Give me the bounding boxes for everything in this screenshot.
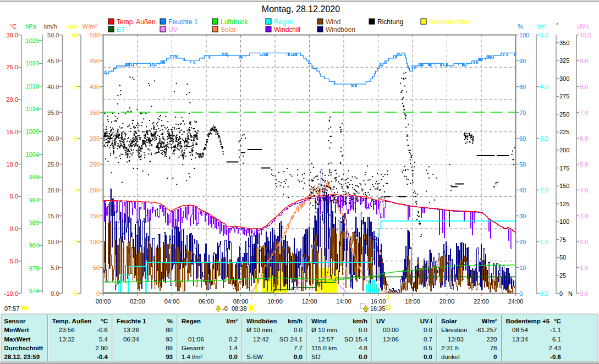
svg-text:6: 6 [74, 135, 78, 142]
svg-text:0.5: 0.5 [424, 345, 432, 351]
svg-text:20: 20 [519, 239, 526, 245]
svg-text:0: 0 [96, 290, 100, 297]
svg-text:9.0: 9.0 [580, 58, 588, 64]
svg-text:6.0: 6.0 [580, 135, 588, 142]
svg-text:28.12. 23:59: 28.12. 23:59 [4, 354, 40, 360]
svg-text:14:00: 14:00 [336, 298, 351, 305]
svg-text:35.0: 35.0 [47, 109, 59, 116]
svg-text:12:00: 12:00 [302, 298, 317, 305]
svg-text:20.0: 20.0 [7, 96, 18, 103]
svg-text:Durchschnitt: Durchschnitt [4, 345, 43, 351]
svg-text:01:06: 01:06 [188, 336, 204, 343]
svg-text:93: 93 [166, 354, 173, 360]
svg-text:UV: UV [376, 318, 385, 324]
svg-text:Windböen: Windböen [326, 26, 355, 34]
svg-text:2.0: 2.0 [580, 239, 588, 245]
svg-text:984: 984 [29, 242, 39, 249]
svg-text:50: 50 [519, 161, 526, 168]
svg-text:-1.1: -1.1 [550, 327, 561, 333]
svg-text:10: 10 [519, 264, 526, 271]
svg-text:1.4: 1.4 [229, 345, 238, 351]
svg-text:999: 999 [29, 174, 39, 180]
svg-text:100: 100 [90, 239, 100, 245]
svg-text:50: 50 [559, 254, 566, 261]
svg-text:Windböen: Windböen [246, 318, 277, 324]
svg-text:MinWert: MinWert [4, 327, 29, 333]
svg-text:2.90: 2.90 [96, 345, 108, 351]
svg-text:16:00: 16:00 [371, 298, 386, 305]
svg-text:km/h: km/h [44, 23, 57, 30]
svg-text:13:32: 13:32 [59, 336, 75, 343]
svg-text:974: 974 [29, 288, 39, 294]
svg-text:0: 0 [74, 290, 78, 297]
svg-text:350: 350 [559, 40, 569, 46]
svg-text:0.0: 0.0 [540, 290, 548, 297]
svg-text:2:31 h: 2:31 h [441, 345, 459, 351]
svg-text:dunkel: dunkel [441, 354, 460, 360]
svg-text:15.0: 15.0 [47, 213, 59, 219]
svg-text:2.43: 2.43 [549, 345, 561, 351]
svg-text:5.4: 5.4 [99, 336, 108, 343]
svg-text:SO 15.4: SO 15.4 [344, 336, 368, 343]
svg-text:450: 450 [90, 58, 100, 64]
svg-text:13:34: 13:34 [512, 336, 528, 343]
svg-text:4: 4 [74, 187, 78, 194]
svg-text:-0.6: -0.6 [550, 354, 561, 360]
svg-text:-0: -0 [222, 305, 228, 312]
svg-text:60: 60 [519, 135, 526, 142]
svg-text:10.0: 10.0 [7, 161, 18, 168]
svg-text:Feuchte 1: Feuchte 1 [117, 318, 146, 324]
svg-text:0.0: 0.0 [424, 354, 432, 360]
svg-text:994: 994 [29, 197, 39, 203]
svg-text:UV-I: UV-I [420, 318, 432, 324]
svg-text:-10.0: -10.0 [4, 290, 18, 297]
svg-text:175: 175 [559, 165, 569, 172]
svg-text:0.0: 0.0 [359, 354, 367, 360]
svg-text:0.0: 0.0 [580, 290, 588, 297]
svg-text:4.0: 4.0 [540, 84, 548, 90]
svg-text:N: N [568, 290, 573, 297]
svg-text:1019: 1019 [26, 83, 39, 90]
svg-text:8: 8 [74, 84, 78, 90]
svg-text:225: 225 [559, 129, 569, 135]
svg-text:300: 300 [559, 75, 569, 82]
svg-text:22:00: 22:00 [474, 298, 489, 305]
svg-text:5.0: 5.0 [51, 264, 59, 271]
svg-text:Elevation: Elevation [441, 327, 467, 333]
svg-text:Ø 10 min.: Ø 10 min. [311, 327, 339, 333]
svg-text:6.1: 6.1 [552, 336, 561, 343]
svg-text:0.0: 0.0 [51, 290, 59, 297]
svg-text:Solar: Solar [441, 318, 457, 324]
svg-text:5.0: 5.0 [580, 161, 588, 168]
svg-text:70: 70 [519, 109, 526, 116]
svg-text:40.0: 40.0 [47, 84, 59, 90]
svg-text:Temp. Außen: Temp. Außen [117, 18, 156, 26]
svg-text:0.0: 0.0 [229, 354, 238, 360]
svg-text:275: 275 [559, 93, 569, 100]
svg-text:30: 30 [519, 213, 526, 219]
svg-text:1.4 l/m²: 1.4 l/m² [182, 354, 203, 360]
svg-text:20:00: 20:00 [439, 298, 455, 305]
svg-text:10:00: 10:00 [267, 298, 283, 305]
svg-text:24:00: 24:00 [508, 298, 524, 305]
svg-text:1009: 1009 [26, 128, 39, 135]
svg-text:UV: UV [168, 26, 178, 34]
svg-text:Feuchte 1: Feuchte 1 [168, 18, 198, 26]
svg-text:1.0: 1.0 [580, 264, 588, 271]
svg-text:0: 0 [493, 354, 497, 360]
svg-text:08:38: 08:38 [232, 305, 247, 312]
svg-text:78: 78 [490, 345, 497, 351]
svg-text:km/h: km/h [288, 318, 303, 324]
svg-text:-0.4: -0.4 [97, 354, 108, 360]
svg-text:hPa: hPa [25, 23, 36, 30]
svg-text:500: 500 [90, 32, 100, 38]
svg-text:25.0: 25.0 [47, 161, 59, 168]
svg-text:-5.0: -5.0 [8, 258, 18, 264]
svg-text:l/m²: l/m² [536, 23, 547, 30]
svg-text:10.0: 10.0 [47, 239, 59, 245]
svg-text:Richtung: Richtung [377, 18, 403, 26]
svg-text:00:00: 00:00 [96, 298, 111, 305]
svg-text:8.0: 8.0 [580, 84, 588, 90]
svg-text:90: 90 [519, 58, 526, 64]
svg-text:-61.257: -61.257 [475, 327, 497, 333]
